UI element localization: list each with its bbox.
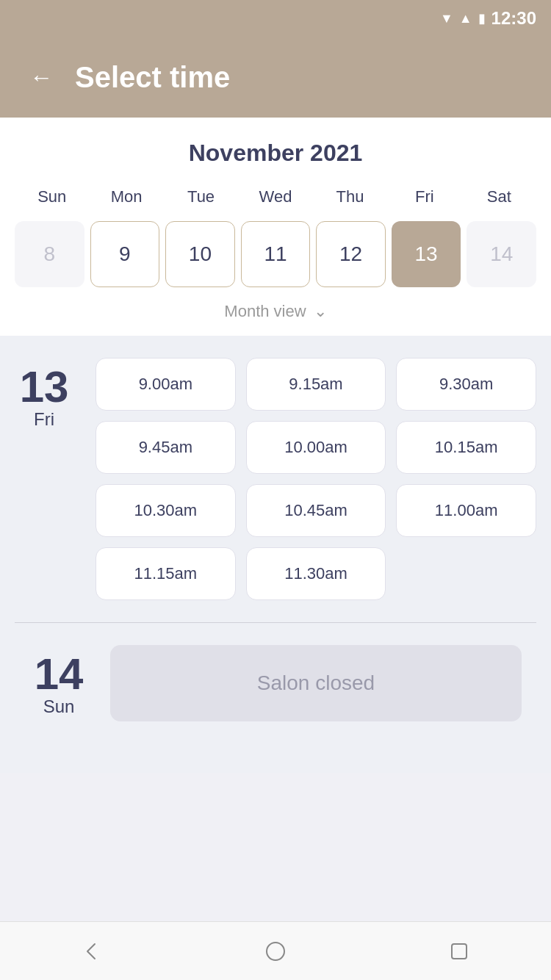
signal-icon: ▲ [459, 11, 472, 26]
time-slots-13: 9.00am 9.15am 9.30am 9.45am 10.00am 10.1… [96, 358, 536, 600]
status-time: 12:30 [491, 8, 536, 29]
nav-back-button[interactable] [79, 938, 105, 965]
day-header-tue: Tue [164, 181, 238, 212]
svg-point-0 [267, 943, 284, 960]
battery-icon: ▮ [478, 10, 486, 26]
time-slot-1045[interactable]: 10.45am [246, 484, 386, 537]
nav-recent-button[interactable] [446, 938, 472, 965]
date-row: 8 9 10 11 12 13 14 [15, 221, 536, 287]
date-cell-12[interactable]: 12 [316, 221, 386, 287]
chevron-down-icon: ⌄ [314, 302, 327, 321]
day-14-name: Sun [43, 696, 75, 717]
day-header-wed: Wed [238, 181, 312, 212]
day-header-sat: Sat [462, 181, 536, 212]
day-13-label: 13 Fri [15, 358, 73, 430]
day-13-number: 13 [20, 365, 69, 409]
time-slot-1030[interactable]: 10.30am [96, 484, 236, 537]
time-slot-1015[interactable]: 10.15am [396, 421, 536, 474]
time-slot-1130[interactable]: 11.30am [246, 547, 386, 600]
month-year-label: November 2021 [0, 118, 551, 181]
bottom-nav [0, 921, 551, 980]
day-14-label: 14 Sun [29, 645, 88, 717]
main-content: November 2021 Sun Mon Tue Wed Thu Fri Sa… [0, 118, 551, 773]
month-view-toggle[interactable]: Month view ⌄ [0, 287, 551, 336]
nav-home-button[interactable] [262, 938, 289, 965]
time-slot-1115[interactable]: 11.15am [96, 547, 236, 600]
day-header-mon: Mon [89, 181, 163, 212]
svg-rect-1 [452, 944, 467, 959]
time-slot-1100[interactable]: 11.00am [396, 484, 536, 537]
date-cell-9[interactable]: 9 [90, 221, 160, 287]
time-slot-900[interactable]: 9.00am [96, 358, 236, 411]
time-slot-930[interactable]: 9.30am [396, 358, 536, 411]
date-cell-10[interactable]: 10 [165, 221, 235, 287]
back-nav-icon [79, 938, 105, 965]
day-13-name: Fri [34, 409, 54, 430]
date-cell-11[interactable]: 11 [241, 221, 311, 287]
time-slot-945[interactable]: 9.45am [96, 421, 236, 474]
time-slot-915[interactable]: 9.15am [246, 358, 386, 411]
section-divider [15, 622, 536, 623]
home-nav-icon [262, 938, 289, 965]
day-13-block: 13 Fri 9.00am 9.15am 9.30am 9.45am 10.00… [15, 358, 536, 600]
status-icons: ▼ ▲ ▮ 12:30 [440, 8, 536, 29]
date-cell-8: 8 [15, 221, 84, 287]
date-cell-14: 14 [467, 221, 536, 287]
salon-closed-label: Salon closed [110, 645, 522, 721]
app-header: ← Select time [0, 37, 551, 118]
page-title: Select time [75, 61, 230, 94]
date-cell-13[interactable]: 13 [392, 221, 461, 287]
calendar-week: Sun Mon Tue Wed Thu Fri Sat 8 9 10 11 12… [0, 181, 551, 287]
day-header-sun: Sun [15, 181, 89, 212]
day-14-number: 14 [35, 652, 84, 696]
day-header-thu: Thu [313, 181, 387, 212]
time-section: 13 Fri 9.00am 9.15am 9.30am 9.45am 10.00… [0, 336, 551, 773]
recent-nav-icon [446, 938, 472, 965]
wifi-icon: ▼ [440, 11, 453, 26]
month-view-label: Month view [224, 302, 306, 321]
day-header-fri: Fri [387, 181, 461, 212]
back-button[interactable]: ← [29, 64, 53, 91]
time-slot-1000[interactable]: 10.00am [246, 421, 386, 474]
status-bar: ▼ ▲ ▮ 12:30 [0, 0, 551, 37]
day-headers: Sun Mon Tue Wed Thu Fri Sat [15, 181, 536, 212]
day-14-block: 14 Sun Salon closed [15, 645, 536, 751]
